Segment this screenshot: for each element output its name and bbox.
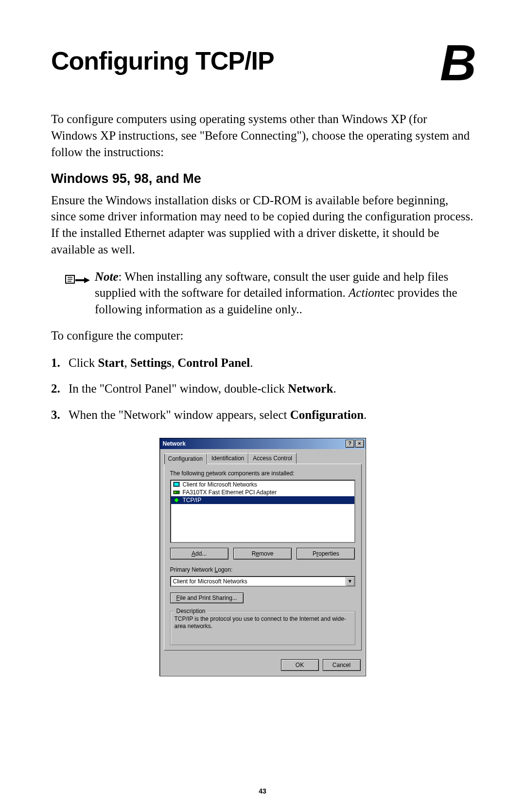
close-button[interactable]: × [355, 440, 364, 448]
step-3: When the "Network" window appears, selec… [51, 407, 474, 423]
subheading-win9x: Windows 95, 98, and Me [51, 171, 474, 186]
chapter-letter: B [440, 41, 474, 84]
step-bold: Network [288, 382, 333, 395]
svg-rect-6 [174, 491, 179, 494]
list-item-label: Client for Microsoft Networks [183, 481, 257, 488]
remove-button[interactable]: Remove [233, 548, 292, 559]
logon-label: Primary Network Logon: [170, 566, 355, 573]
svg-rect-5 [175, 483, 178, 486]
step-text: When the "Network" window appears, selec… [69, 408, 290, 421]
list-item-label: TCP/IP [183, 497, 202, 504]
tab-configuration[interactable]: Configuration [164, 453, 207, 464]
list-item[interactable]: Client for Microsoft Networks [171, 481, 354, 488]
ok-button[interactable]: OK [281, 659, 319, 671]
client-icon [173, 481, 180, 488]
protocol-icon [173, 497, 180, 504]
svg-rect-7 [175, 492, 175, 493]
description-text: TCP/IP is the protocol you use to connec… [175, 615, 351, 631]
network-dialog: Network ? × Configuration Identification… [159, 438, 366, 676]
components-listbox[interactable]: Client for Microsoft Networks FA310TX Fa… [170, 480, 355, 543]
step-bold: Start [98, 356, 124, 369]
step-2: In the "Control Panel" window, double-cl… [51, 380, 474, 397]
file-print-sharing-button[interactable]: File and Print Sharing... [170, 593, 244, 603]
step-text: . [364, 408, 367, 421]
step-text: , [124, 356, 131, 369]
pointing-hand-icon [65, 271, 91, 288]
chevron-down-icon[interactable]: ▼ [346, 577, 354, 586]
primary-logon-select[interactable]: Client for Microsoft Networks ▼ [170, 576, 355, 587]
properties-button[interactable]: Properties [297, 548, 355, 559]
description-groupbox: Description TCP/IP is the protocol you u… [170, 611, 355, 645]
note-brand: Action [349, 286, 380, 299]
description-legend: Description [175, 608, 208, 614]
step-bold: Configuration [290, 408, 364, 421]
note-block: Note: When installing any software, cons… [65, 269, 474, 318]
dialog-title: Network [163, 440, 186, 447]
tab-access-control[interactable]: Access Control [248, 453, 297, 464]
titlebar[interactable]: Network ? × [160, 438, 366, 449]
step-text: Click [69, 356, 98, 369]
adapter-icon [173, 489, 180, 496]
step-bold: Settings [130, 356, 172, 369]
tab-identification[interactable]: Identification [207, 453, 248, 464]
list-item-selected[interactable]: TCP/IP [171, 496, 354, 504]
step-bold: Control Panel [177, 356, 250, 369]
paragraph-toconfigure: To configure the computer: [51, 327, 474, 344]
paragraph-prereq: Ensure the Windows installation disks or… [51, 192, 474, 258]
step-text: . [250, 356, 253, 369]
list-item[interactable]: FA310TX Fast Ethernet PCI Adapter [171, 488, 354, 496]
components-label: The following network components are ins… [170, 470, 355, 477]
help-button[interactable]: ? [346, 440, 354, 448]
select-value: Client for Microsoft Networks [171, 577, 346, 586]
note-label: Note [95, 270, 119, 283]
cancel-button[interactable]: Cancel [323, 659, 361, 671]
step-1: Click Start, Settings, Control Panel. [51, 355, 474, 371]
note-text: Note: When installing any software, cons… [91, 269, 474, 318]
step-text: , [172, 356, 178, 369]
add-button[interactable]: Add... [170, 548, 228, 559]
page-number: 43 [0, 787, 525, 795]
list-item-label: FA310TX Fast Ethernet PCI Adapter [183, 489, 277, 496]
page-title: Configuring TCP/IP [51, 46, 274, 75]
intro-paragraph: To configure computers using operating s… [51, 111, 474, 160]
step-text: . [333, 382, 336, 395]
step-text: In the "Control Panel" window, double-cl… [69, 382, 288, 395]
